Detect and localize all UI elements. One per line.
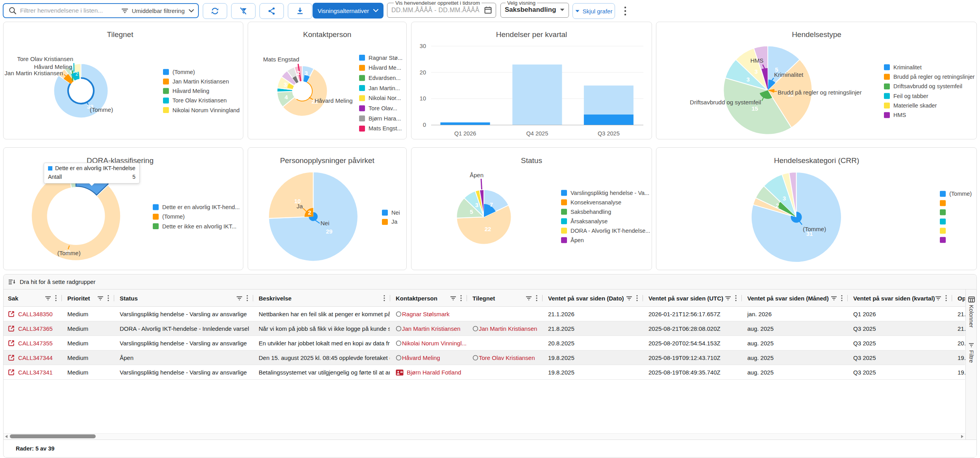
svg-text:Nei: Nei <box>320 220 330 226</box>
svg-text:Brudd på regler og retningslin: Brudd på regler og retningslinjer <box>893 74 975 80</box>
svg-text:Edvardsen...: Edvardsen... <box>369 75 400 81</box>
svg-text:Ja: Ja <box>391 219 398 225</box>
svg-text:Jan Martin Kristiansen: Jan Martin Kristiansen <box>5 70 63 76</box>
svg-text:29: 29 <box>326 228 333 235</box>
svg-text:Tore Olav Kristiansen: Tore Olav Kristiansen <box>17 56 73 62</box>
svg-text:Håvard Meling: Håvard Meling <box>315 97 353 104</box>
svg-text:Hendelseskategori (CRR): Hendelseskategori (CRR) <box>774 156 859 165</box>
svg-text:Håvard Meling: Håvard Meling <box>172 88 209 94</box>
svg-text:Driftsavbrudd og systemfeil: Driftsavbrudd og systemfeil <box>690 99 761 106</box>
svg-text:3: 3 <box>284 81 287 88</box>
svg-text:3: 3 <box>747 76 750 83</box>
svg-text:Hendelser per kvartal: Hendelser per kvartal <box>496 30 567 39</box>
svg-text:Ja: Ja <box>296 203 303 210</box>
svg-text:Konsekvensanalyse: Konsekvensanalyse <box>571 199 621 206</box>
svg-text:Dette er en alvorlig IKT-hend.: Dette er en alvorlig IKT-hend... <box>162 204 240 210</box>
svg-text:Mats Engstad: Mats Engstad <box>263 56 299 63</box>
svg-text:Brudd på regler og retningslin: Brudd på regler og retningslinjer <box>778 89 861 96</box>
svg-text:Driftsavbrudd og systemfeil: Driftsavbrudd og systemfeil <box>893 83 962 89</box>
svg-text:Åpen: Åpen <box>571 237 584 243</box>
svg-text:Feil og tabber: Feil og tabber <box>893 93 928 99</box>
svg-text:0: 0 <box>423 122 426 128</box>
svg-text:Åpen: Åpen <box>470 172 484 178</box>
svg-text:Q1 2026: Q1 2026 <box>454 130 476 137</box>
svg-text:Kriminalitet: Kriminalitet <box>893 64 922 70</box>
svg-text:(Tomme): (Tomme) <box>90 106 113 113</box>
svg-text:Materielle skader: Materielle skader <box>893 102 937 109</box>
svg-text:Saksbehandling: Saksbehandling <box>571 209 611 215</box>
svg-text:3: 3 <box>754 68 758 75</box>
svg-text:Jan Martin...: Jan Martin... <box>369 85 400 91</box>
svg-text:Personopplysninger påvirket: Personopplysninger påvirket <box>280 156 374 165</box>
svg-text:2: 2 <box>76 71 78 77</box>
svg-text:(Tomme): (Tomme) <box>949 191 972 197</box>
svg-text:15: 15 <box>752 105 758 112</box>
svg-text:3: 3 <box>305 70 308 76</box>
svg-text:Hendelsestype: Hendelsestype <box>792 30 841 39</box>
svg-text:Q3 2025: Q3 2025 <box>598 130 620 137</box>
svg-text:30: 30 <box>420 43 426 49</box>
svg-text:Kriminalitet: Kriminalitet <box>774 71 804 78</box>
svg-text:Jan Martin Kristiansen: Jan Martin Kristiansen <box>172 78 229 85</box>
svg-text:HMS: HMS <box>750 57 763 64</box>
svg-text:20: 20 <box>420 69 426 76</box>
svg-text:(Tomme): (Tomme) <box>162 213 185 220</box>
svg-text:Status: Status <box>521 156 542 165</box>
svg-text:Ragnar Stø...: Ragnar Stø... <box>369 55 402 61</box>
svg-text:Kontaktperson: Kontaktperson <box>303 30 352 39</box>
svg-text:Nikolai Norum Vinningland: Nikolai Norum Vinningland <box>172 107 240 113</box>
svg-text:Nei: Nei <box>391 210 400 216</box>
svg-text:(Tomme): (Tomme) <box>803 226 826 232</box>
svg-text:3: 3 <box>475 202 478 208</box>
svg-text:2: 2 <box>308 209 311 216</box>
svg-text:Håvard Meling: Håvard Meling <box>34 63 72 70</box>
svg-text:Mats Engst...: Mats Engst... <box>369 125 402 132</box>
svg-text:Tore Olav...: Tore Olav... <box>369 105 397 111</box>
svg-text:Håvard Me...: Håvard Me... <box>369 65 401 71</box>
svg-text:DORA - Alvorlig IKT-hendelse..: DORA - Alvorlig IKT-hendelse... <box>571 228 650 234</box>
svg-text:(Tomme): (Tomme) <box>57 250 81 256</box>
svg-text:Tilegnet: Tilegnet <box>107 30 134 39</box>
svg-text:2: 2 <box>776 202 779 209</box>
svg-text:(Tomme): (Tomme) <box>172 69 195 75</box>
svg-text:Bjørn Hara...: Bjørn Hara... <box>369 115 401 122</box>
svg-text:5: 5 <box>470 208 473 215</box>
svg-text:22: 22 <box>485 226 491 232</box>
svg-text:Tore Olav Kristiansen: Tore Olav Kristiansen <box>172 97 227 104</box>
svg-text:Nikolai Nor...: Nikolai Nor... <box>369 95 401 101</box>
svg-text:7: 7 <box>490 201 493 208</box>
svg-text:Q4 2025: Q4 2025 <box>526 130 548 137</box>
svg-text:Varslingspliktig hendelse - Va: Varslingspliktig hendelse - Va... <box>571 190 649 196</box>
svg-text:3: 3 <box>783 195 786 202</box>
svg-text:10: 10 <box>420 95 426 102</box>
svg-text:HMS: HMS <box>893 112 906 118</box>
svg-text:2: 2 <box>297 69 300 76</box>
svg-text:4: 4 <box>285 94 288 100</box>
svg-text:Årsaksanalyse: Årsaksanalyse <box>571 218 608 224</box>
svg-text:Dette er ikke en alvorlig IKT.: Dette er ikke en alvorlig IKT... <box>162 223 237 230</box>
